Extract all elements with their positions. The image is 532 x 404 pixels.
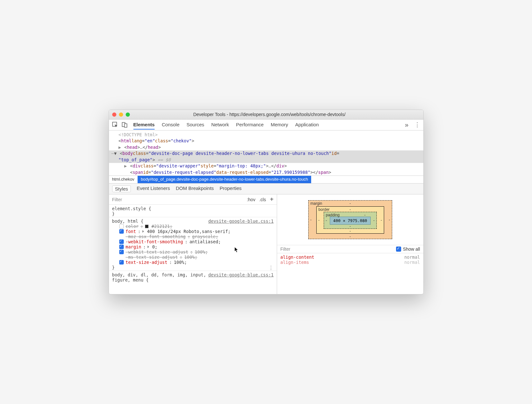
lower-panels: Filter :hov .cls + element.style { } dev…: [109, 194, 423, 294]
dom-line-doctype[interactable]: <!DOCTYPE html>: [109, 132, 423, 138]
prop-margin[interactable]: margin: 0;: [112, 244, 274, 249]
rule-source-link[interactable]: devsite-google-blue.css:1: [208, 219, 274, 224]
tab-sources[interactable]: Sources: [186, 120, 204, 130]
color-swatch-icon[interactable]: [145, 225, 149, 228]
tab-performance[interactable]: Performance: [236, 120, 264, 130]
margin-label: margin: [311, 201, 322, 206]
computed-list[interactable]: align-contentnormal align-itemsnormal: [277, 253, 423, 266]
rule-selector: element.style {: [112, 206, 151, 211]
styles-panel: Filter :hov .cls + element.style { } dev…: [109, 194, 277, 294]
more-tabs-icon[interactable]: »: [405, 121, 408, 129]
show-all-label: Show all: [403, 247, 420, 252]
computed-filter-input[interactable]: Filter: [280, 247, 396, 252]
tab-dom-breakpoints[interactable]: DOM Breakpoints: [176, 185, 214, 192]
dom-line-div[interactable]: ▶<div class="devsite-wrapper" style="mar…: [109, 163, 423, 169]
tab-elements[interactable]: Elements: [133, 120, 155, 130]
prop-checkbox[interactable]: [119, 224, 124, 229]
rule-source-link[interactable]: devsite-google-blue.css:1: [208, 272, 274, 277]
breadcrumb: html.chekov body#top_of_page.devsite-doc…: [109, 175, 423, 183]
prop-checkbox[interactable]: [119, 245, 124, 249]
tab-memory[interactable]: Memory: [271, 120, 288, 130]
new-rule-icon[interactable]: +: [270, 196, 274, 203]
prop-webkit-smooth[interactable]: -webkit-font-smoothing: antialiased;: [112, 239, 274, 244]
computed-row[interactable]: align-contentnormal: [280, 255, 420, 260]
prop-font[interactable]: font: 400 16px/24px Roboto,sans-serif;: [112, 229, 274, 234]
prop-webkit-tsa[interactable]: -webkit-text-size-adjust: 100%;: [112, 249, 274, 255]
dom-tree[interactable]: <!DOCTYPE html> <html lang="en" class="c…: [109, 130, 423, 176]
window-title: Developer Tools - https://developers.goo…: [134, 112, 420, 117]
devtools-window: Developer Tools - https://developers.goo…: [109, 110, 424, 295]
cursor-icon: [234, 247, 239, 253]
styles-panel-tabs: Styles Event Listeners DOM Breakpoints P…: [109, 183, 423, 194]
settings-kebab-icon[interactable]: ⋮: [414, 121, 420, 128]
padding-label: padding: [326, 213, 340, 217]
prop-ms-tsa[interactable]: -ms-text-size-adjust: 100%;: [112, 255, 274, 260]
dom-line-span[interactable]: <span id="devsite-request-elapsed" data-…: [109, 169, 423, 176]
dom-line-body-selected[interactable]: ⋯▼<body class="devsite-doc-page devsite-…: [109, 150, 423, 163]
inspect-icon[interactable]: [112, 122, 118, 128]
dom-line-html[interactable]: <html lang="en" class="chekov">: [109, 138, 423, 144]
traffic-lights: [112, 112, 130, 117]
computed-row[interactable]: align-itemsnormal: [280, 260, 420, 265]
tab-console[interactable]: Console: [162, 120, 179, 130]
zoom-icon[interactable]: [126, 112, 130, 117]
tab-application[interactable]: Application: [295, 120, 319, 130]
expand-icon[interactable]: [148, 246, 149, 248]
breadcrumb-item[interactable]: html.chekov: [109, 176, 138, 183]
computed-panel: margin - - - - border - - - - padding -: [277, 194, 423, 294]
expand-icon[interactable]: [142, 230, 144, 233]
rule-selector: body, html {: [112, 219, 144, 224]
show-all-checkbox[interactable]: [396, 247, 401, 252]
prop-tsa[interactable]: text-size-adjust: 100%;: [112, 260, 274, 265]
main-toolbar: Elements Console Sources Network Perform…: [109, 120, 423, 130]
computed-filter-bar: Filter Show all: [277, 245, 423, 253]
tab-properties[interactable]: Properties: [220, 185, 241, 192]
prop-moz-smooth[interactable]: -moz-osx-font-smoothing: grayscale;: [112, 234, 274, 239]
rule-body-div[interactable]: devsite-google-blue.css:1body, div, dl, …: [109, 271, 277, 283]
rule-selector: body, div, dl, dd, form, img, input, fig…: [112, 272, 206, 283]
styles-toolbar: Filter :hov .cls +: [109, 194, 277, 205]
dom-line-head[interactable]: ▶<head>…</head>: [109, 144, 423, 151]
breadcrumb-item-selected[interactable]: body#top_of_page.devsite-doc-page.devsit…: [138, 176, 311, 183]
close-icon[interactable]: [112, 112, 116, 117]
cls-toggle[interactable]: .cls: [259, 197, 266, 202]
tab-styles[interactable]: Styles: [112, 185, 131, 192]
box-model[interactable]: margin - - - - border - - - - padding -: [277, 194, 423, 245]
rule-kebab-icon[interactable]: ⋮: [268, 265, 274, 271]
border-label: border: [319, 207, 330, 212]
titlebar: Developer Tools - https://developers.goo…: [109, 110, 423, 120]
hov-toggle[interactable]: :hov: [247, 197, 255, 202]
styles-filter-input[interactable]: Filter: [112, 197, 243, 202]
rule-body-html[interactable]: devsite-google-blue.css:1body, html { co…: [109, 217, 277, 271]
tab-network[interactable]: Network: [211, 120, 229, 130]
box-model-content: 400 × 7975.080: [330, 217, 371, 225]
prop-checkbox[interactable]: [119, 239, 124, 244]
minimize-icon[interactable]: [119, 112, 123, 117]
tab-event-listeners[interactable]: Event Listeners: [137, 185, 170, 192]
svg-rect-2: [124, 124, 127, 127]
rule-element-style[interactable]: element.style { }: [109, 205, 277, 217]
prop-checkbox[interactable]: [119, 260, 124, 265]
device-toolbar-icon[interactable]: [122, 122, 128, 128]
prop-checkbox[interactable]: [119, 229, 124, 234]
prop-color[interactable]: color: #212121;: [112, 224, 274, 229]
panel-tabs: Elements Console Sources Network Perform…: [133, 120, 405, 130]
prop-checkbox[interactable]: [119, 250, 124, 254]
